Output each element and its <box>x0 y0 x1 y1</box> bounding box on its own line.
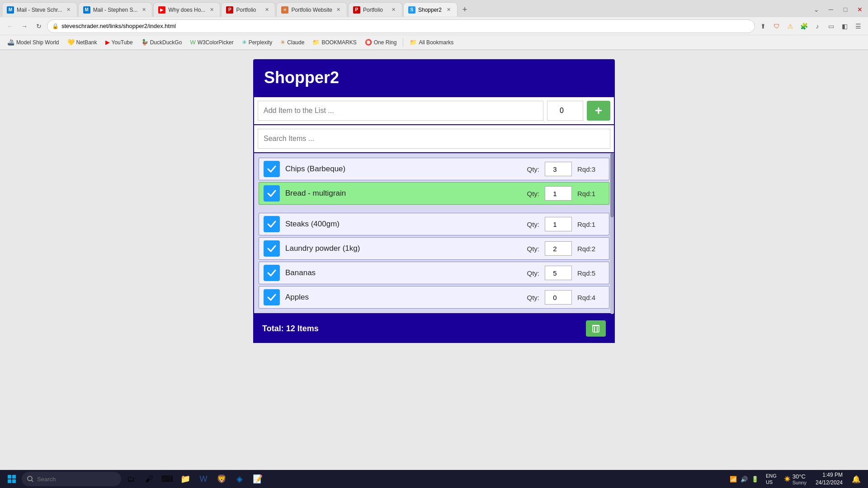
taskbar-icon-folder[interactable]: 📁 <box>177 471 193 487</box>
extensions-icon[interactable]: 🧩 <box>797 20 810 33</box>
bookmark-netbank[interactable]: 💛 NetBank <box>64 38 101 47</box>
bookmark-label-w3colorpicker: W3ColorPicker <box>198 39 234 46</box>
list-item-steaks: Steaks (400gm) Qty: Rqd:1 <box>259 213 609 235</box>
checkbox-bread[interactable] <box>264 185 280 202</box>
forward-button[interactable]: → <box>18 20 31 33</box>
bookmark-w3colorpicker[interactable]: W W3ColorPicker <box>186 38 237 47</box>
tab-shopper2[interactable]: S Shopper2 ✕ <box>403 2 458 17</box>
vscode-icon: ◈ <box>236 474 243 484</box>
tab-close-shopper2[interactable]: ✕ <box>445 6 453 14</box>
tab-portfolio2[interactable]: P Portfolio ✕ <box>348 2 402 17</box>
scrollbar-track[interactable] <box>610 153 614 314</box>
rqd-apples: Rqd:4 <box>577 294 604 301</box>
address-input[interactable] <box>61 23 750 29</box>
bookmark-youtube[interactable]: ▶ YouTube <box>102 38 137 47</box>
share-icon[interactable]: ⬆ <box>757 20 769 33</box>
tab-favicon-mail-stephen: M <box>83 6 90 14</box>
delete-button[interactable] <box>586 320 606 337</box>
tab-close-mail-steve[interactable]: ✕ <box>65 6 72 14</box>
address-bar[interactable]: 🔒 <box>47 19 755 33</box>
locale-code: US <box>766 479 777 485</box>
taskbar-icon-notepad[interactable]: 📝 <box>250 471 266 487</box>
reload-button[interactable]: ↻ <box>33 20 45 33</box>
checkbox-laundry[interactable] <box>264 240 280 257</box>
checkbox-chips[interactable] <box>264 161 280 177</box>
paint-icon: 🖌 <box>145 474 153 484</box>
menu-button[interactable]: ☰ <box>852 20 864 33</box>
tab-close-portfolio2[interactable]: ✕ <box>390 6 397 14</box>
tab-close-portfolio-website[interactable]: ✕ <box>335 6 342 14</box>
one-ring-favicon: ⭕ <box>365 39 372 46</box>
list-item-bananas: Bananas Qty: Rqd:5 <box>259 262 609 284</box>
item-name-apples: Apples <box>285 293 521 302</box>
tab-mail-steve[interactable]: M Mail - Steve Schr... ✕ <box>2 2 77 17</box>
bookmark-label-bookmarks: BOOKMARKS <box>321 39 356 46</box>
bookmark-label-youtube: YouTube <box>112 39 133 46</box>
close-window-button[interactable]: ✕ <box>854 3 866 16</box>
bookmark-all-bookmarks[interactable]: 📁 All Bookmarks <box>406 38 457 47</box>
qty-input-bread[interactable] <box>545 186 572 201</box>
split-view-icon[interactable]: ▭ <box>825 20 837 33</box>
tab-mail-stephen[interactable]: M Mail - Stephen S... ✕ <box>78 2 153 17</box>
taskbar-search-input[interactable] <box>37 476 100 483</box>
taskbar-search-box[interactable] <box>22 472 121 486</box>
tab-label-mail-steve: Mail - Steve Schr... <box>17 7 62 13</box>
notepad-icon: 📝 <box>253 474 263 484</box>
scrollbar-thumb[interactable] <box>610 153 614 217</box>
taskbar-icon-paint[interactable]: 🖌 <box>141 471 157 487</box>
new-tab-button[interactable]: + <box>458 3 471 16</box>
qty-input-steaks[interactable] <box>545 217 572 231</box>
add-item-button[interactable]: + <box>587 101 610 121</box>
music-icon[interactable]: ♪ <box>811 20 824 33</box>
search-input[interactable] <box>258 129 610 149</box>
tab-label-portfolio2: Portfolio <box>363 7 387 13</box>
bookmark-perplexity[interactable]: ✳ Perplexity <box>238 38 276 47</box>
bookmark-label-perplexity: Perplexity <box>249 39 273 46</box>
bookmark-claude[interactable]: ✳ Claude <box>277 38 308 47</box>
notification-button[interactable]: 🔔 <box>848 471 864 487</box>
tab-portfolio1[interactable]: P Portfolio ✕ <box>221 2 275 17</box>
add-qty-input[interactable] <box>547 101 583 121</box>
qty-input-apples[interactable] <box>545 290 572 305</box>
qty-input-bananas[interactable] <box>545 266 572 280</box>
battery-icon[interactable]: 🔋 <box>751 476 759 483</box>
tab-close-mail-stephen[interactable]: ✕ <box>140 6 147 14</box>
weather-display[interactable]: ☀️ 30°C Sunny <box>780 473 810 485</box>
brave-shield-icon[interactable]: 🛡 <box>770 20 783 33</box>
bookmark-one-ring[interactable]: ⭕ One Ring <box>361 38 401 47</box>
checkbox-steaks[interactable] <box>264 216 280 232</box>
bookmark-model-ship[interactable]: 🚢 Model Ship World <box>4 38 63 47</box>
taskbar-icon-vscode[interactable]: ◈ <box>231 471 248 487</box>
tab-portfolio-website[interactable]: ✳ Portfolio Website ✕ <box>276 2 347 17</box>
bookmark-bookmarks-folder[interactable]: 📁 BOOKMARKS <box>309 38 360 47</box>
taskbar-icon-browser[interactable]: 🦁 <box>213 471 230 487</box>
minimize-button[interactable]: ─ <box>825 3 837 16</box>
taskbar-icon-file-explorer[interactable]: 🗂 <box>123 471 139 487</box>
sidebar-icon[interactable]: ◧ <box>838 20 851 33</box>
tab-close-portfolio1[interactable]: ✕ <box>263 6 270 14</box>
tab-close-youtube[interactable]: ✕ <box>208 6 215 14</box>
weather-condition: Sunny <box>793 480 807 485</box>
start-button[interactable] <box>4 471 20 487</box>
file-explorer-icon: 🗂 <box>127 474 135 484</box>
tab-favicon-portfolio2: P <box>353 6 360 14</box>
taskbar-icon-terminal[interactable]: ⌨ <box>159 471 175 487</box>
svg-rect-2 <box>597 327 598 332</box>
language-indicator[interactable]: ENG US <box>764 473 778 486</box>
checkbox-bananas[interactable] <box>264 265 280 281</box>
qty-input-chips[interactable] <box>545 162 572 176</box>
checkbox-apples[interactable] <box>264 289 280 305</box>
taskbar-icon-word[interactable]: W <box>195 471 212 487</box>
volume-icon[interactable]: 🔊 <box>741 476 748 483</box>
maximize-button[interactable]: □ <box>839 3 852 16</box>
clock-time: 1:49 PM <box>816 471 843 479</box>
qty-input-laundry[interactable] <box>545 241 572 256</box>
tab-dropdown-button[interactable]: ⌄ <box>810 3 823 16</box>
tab-youtube[interactable]: ▶ Why does Ho... ✕ <box>153 2 220 17</box>
bookmark-duckduckgo[interactable]: 🦆 DuckDuckGo <box>137 38 186 47</box>
add-item-input[interactable] <box>258 101 543 121</box>
back-button[interactable]: ← <box>4 20 16 33</box>
network-icon[interactable]: 📶 <box>730 476 737 483</box>
warning-icon[interactable]: ⚠ <box>784 20 797 33</box>
clock-display[interactable]: 1:49 PM 24/12/2024 <box>812 471 846 487</box>
